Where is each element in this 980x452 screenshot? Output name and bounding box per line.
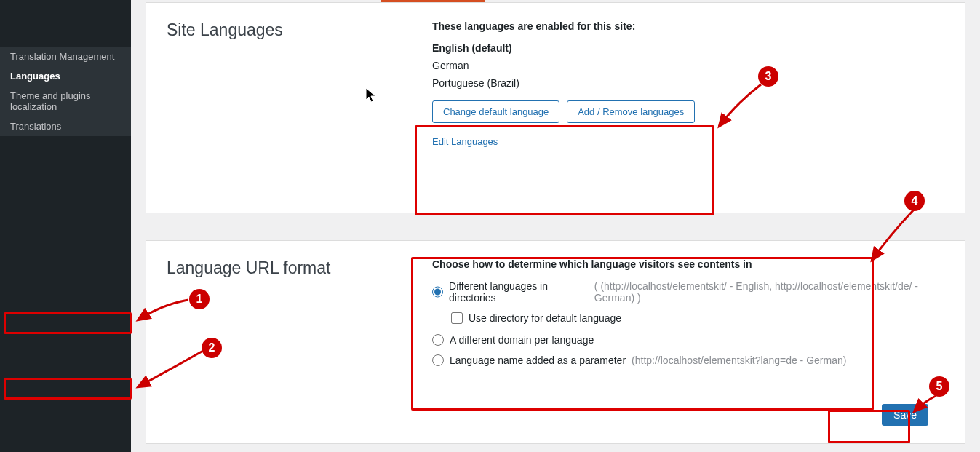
wpml-sub-theme-localization[interactable]: Theme and plugins localization (0, 86, 131, 116)
wpml-sub-label: Translation Management (10, 51, 114, 62)
admin-sidebar: Pages Comments Elementor Templates Eleme… (0, 0, 131, 452)
url-opt-parameter-row[interactable]: Language name added as a parameter (http… (432, 354, 944, 366)
wpml-sub-languages[interactable]: Languages (0, 66, 131, 86)
use-directory-default-label: Use directory for default language (469, 312, 621, 324)
site-languages-intro: These languages are enabled for this sit… (432, 20, 944, 32)
add-remove-languages-button[interactable]: Add / Remove languages (567, 100, 695, 123)
url-format-heading: Language URL format (167, 258, 414, 278)
change-default-language-button[interactable]: Change default language (432, 100, 559, 123)
url-opt-directories-row[interactable]: Different languages in directories ( (ht… (432, 280, 944, 304)
url-opt-domain-row[interactable]: A different domain per language (432, 334, 944, 346)
wpml-sub-translations[interactable]: Translations (0, 116, 131, 136)
url-opt-domain-label: A different domain per language (450, 334, 594, 346)
panel-url-format: Language URL format Choose how to determ… (146, 240, 965, 444)
url-opt-directories-label: Different languages in directories (449, 280, 589, 304)
save-button[interactable]: Save (882, 404, 928, 426)
url-opt-parameter-label: Language name added as a parameter (450, 354, 626, 366)
language-item: Portuguese (Brazil) (432, 77, 944, 89)
use-directory-default-row[interactable]: Use directory for default language (451, 312, 944, 324)
site-languages-heading: Site Languages (167, 20, 414, 40)
wpml-sub-label: Languages (10, 71, 60, 82)
language-item: German (432, 60, 944, 71)
url-format-intro: Choose how to determine which language v… (432, 258, 944, 270)
main-content: Site Languages These languages are enabl… (131, 0, 980, 452)
use-directory-default-checkbox[interactable] (451, 312, 463, 324)
url-opt-directories-desc: ( (http://localhost/elementskit/ - Engli… (594, 280, 944, 304)
wpml-sub-label: Theme and plugins localization (10, 90, 91, 112)
url-opt-parameter-radio[interactable] (432, 354, 444, 366)
url-opt-directories-radio[interactable] (432, 286, 443, 298)
url-opt-domain-radio[interactable] (432, 334, 444, 346)
wpml-sub-translation-management[interactable]: Translation Management (0, 47, 131, 66)
edit-languages-link[interactable]: Edit Languages (432, 136, 498, 147)
url-opt-parameter-desc: (http://localhost/elementskit?lang=de - … (632, 354, 846, 366)
enabled-languages-list: English (default) German Portuguese (Bra… (432, 42, 944, 89)
default-language: English (default) (432, 42, 944, 54)
panel-site-languages: Site Languages These languages are enabl… (146, 2, 965, 213)
wpml-sub-label: Translations (10, 121, 61, 132)
